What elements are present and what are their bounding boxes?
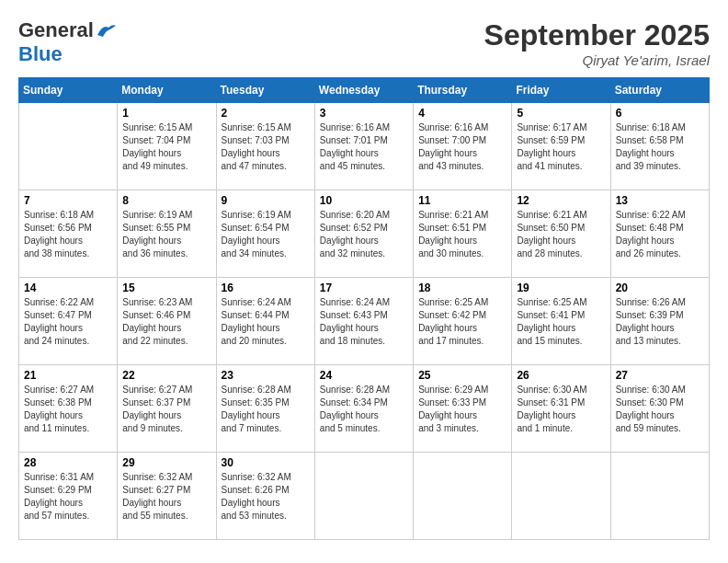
daylight-hours: Daylight hours (122, 148, 181, 158)
sunrise-text: Sunrise: 6:29 AM (418, 385, 488, 395)
sunset-text: Sunset: 6:37 PM (122, 397, 190, 408)
daylight-minutes: and 18 minutes. (320, 336, 385, 346)
calendar-cell: 13Sunrise: 6:22 AMSunset: 6:48 PMDayligh… (610, 190, 709, 278)
day-number: 13 (616, 194, 704, 207)
daylight-minutes: and 3 minutes. (418, 423, 479, 433)
daylight-minutes: and 39 minutes. (616, 161, 681, 171)
sunset-text: Sunset: 7:00 PM (418, 135, 486, 145)
daylight-hours: Daylight hours (517, 323, 575, 333)
calendar-cell: 29Sunrise: 6:32 AMSunset: 6:27 PMDayligh… (118, 453, 216, 540)
cell-content: Sunrise: 6:25 AMSunset: 6:42 PMDaylight … (418, 296, 506, 348)
calendar-cell: 4Sunrise: 6:16 AMSunset: 7:00 PMDaylight… (414, 103, 512, 190)
daylight-hours: Daylight hours (418, 323, 477, 333)
daylight-hours: Daylight hours (122, 323, 181, 333)
day-number: 21 (24, 369, 112, 382)
calendar-cell: 24Sunrise: 6:28 AMSunset: 6:34 PMDayligh… (314, 365, 413, 453)
cell-content: Sunrise: 6:18 AMSunset: 6:58 PMDaylight … (616, 121, 704, 173)
daylight-minutes: and 57 minutes. (24, 511, 89, 521)
day-number: 26 (517, 369, 605, 382)
cell-content: Sunrise: 6:28 AMSunset: 6:34 PMDaylight … (320, 384, 408, 435)
daylight-minutes: and 34 minutes. (222, 248, 287, 259)
day-number: 20 (616, 282, 704, 294)
day-number: 8 (122, 194, 210, 207)
sunrise-text: Sunrise: 6:18 AM (616, 122, 686, 132)
daylight-minutes: and 49 minutes. (122, 161, 188, 171)
sunset-text: Sunset: 6:34 PM (320, 397, 388, 408)
sunset-text: Sunset: 6:52 PM (320, 223, 388, 233)
cell-content: Sunrise: 6:20 AMSunset: 6:52 PMDaylight … (320, 209, 408, 260)
daylight-minutes: and 32 minutes. (320, 248, 385, 259)
daylight-hours: Daylight hours (320, 410, 379, 420)
calendar-cell: 2Sunrise: 6:15 AMSunset: 7:03 PMDaylight… (216, 103, 314, 190)
calendar-cell: 9Sunrise: 6:19 AMSunset: 6:54 PMDaylight… (216, 190, 314, 278)
sunrise-text: Sunrise: 6:27 AM (122, 385, 192, 395)
day-number: 6 (616, 107, 704, 120)
weekday-header-tuesday: Tuesday (216, 78, 314, 103)
day-number: 3 (320, 107, 408, 120)
sunset-text: Sunset: 6:55 PM (122, 223, 190, 233)
daylight-minutes: and 53 minutes. (222, 511, 287, 521)
daylight-minutes: and 7 minutes. (222, 423, 282, 433)
daylight-hours: Daylight hours (517, 236, 575, 246)
calendar-cell: 17Sunrise: 6:24 AMSunset: 6:43 PMDayligh… (314, 278, 413, 365)
logo-blue: Blue (18, 42, 63, 65)
calendar-cell: 15Sunrise: 6:23 AMSunset: 6:46 PMDayligh… (118, 278, 216, 365)
calendar-cell: 16Sunrise: 6:24 AMSunset: 6:44 PMDayligh… (216, 278, 314, 365)
sunrise-text: Sunrise: 6:32 AM (222, 472, 291, 482)
sunset-text: Sunset: 6:54 PM (222, 223, 290, 233)
daylight-minutes: and 59 minutes. (616, 423, 681, 433)
cell-content: Sunrise: 6:21 AMSunset: 6:51 PMDaylight … (418, 209, 506, 260)
calendar-cell (610, 453, 709, 540)
sunset-text: Sunset: 6:41 PM (517, 310, 585, 320)
day-number: 9 (222, 194, 310, 207)
sunrise-text: Sunrise: 6:22 AM (24, 297, 94, 307)
daylight-minutes: and 47 minutes. (222, 161, 287, 171)
weekday-header-wednesday: Wednesday (314, 78, 413, 103)
day-number: 7 (24, 194, 112, 207)
weekday-header-friday: Friday (512, 78, 610, 103)
day-number: 24 (320, 369, 408, 382)
daylight-minutes: and 26 minutes. (616, 248, 681, 259)
sunrise-text: Sunrise: 6:15 AM (222, 122, 291, 132)
calendar-cell: 20Sunrise: 6:26 AMSunset: 6:39 PMDayligh… (610, 278, 709, 365)
daylight-hours: Daylight hours (222, 410, 280, 420)
cell-content: Sunrise: 6:27 AMSunset: 6:37 PMDaylight … (122, 384, 210, 435)
day-number: 30 (222, 456, 310, 469)
daylight-minutes: and 30 minutes. (418, 248, 483, 259)
sunrise-text: Sunrise: 6:18 AM (24, 210, 94, 220)
daylight-hours: Daylight hours (616, 323, 675, 333)
cell-content: Sunrise: 6:27 AMSunset: 6:38 PMDaylight … (24, 384, 112, 435)
calendar-cell: 22Sunrise: 6:27 AMSunset: 6:37 PMDayligh… (118, 365, 216, 453)
daylight-minutes: and 28 minutes. (517, 248, 582, 259)
calendar-week-row: 28Sunrise: 6:31 AMSunset: 6:29 PMDayligh… (19, 453, 710, 540)
cell-content: Sunrise: 6:18 AMSunset: 6:56 PMDaylight … (24, 209, 112, 260)
daylight-hours: Daylight hours (616, 148, 675, 158)
day-number: 14 (24, 282, 112, 294)
sunset-text: Sunset: 6:33 PM (418, 397, 486, 408)
month-title: September 2025 (484, 18, 710, 52)
daylight-minutes: and 9 minutes. (122, 423, 183, 433)
daylight-minutes: and 5 minutes. (320, 423, 381, 433)
sunrise-text: Sunrise: 6:30 AM (616, 385, 686, 395)
sunset-text: Sunset: 6:39 PM (616, 310, 684, 320)
cell-content: Sunrise: 6:23 AMSunset: 6:46 PMDaylight … (122, 296, 210, 348)
day-number: 15 (122, 282, 210, 294)
cell-content: Sunrise: 6:16 AMSunset: 7:00 PMDaylight … (418, 121, 506, 173)
sunset-text: Sunset: 6:27 PM (122, 485, 190, 495)
day-number: 16 (222, 282, 310, 294)
sunset-text: Sunset: 6:29 PM (24, 485, 92, 495)
sunrise-text: Sunrise: 6:22 AM (616, 210, 686, 220)
calendar-cell: 30Sunrise: 6:32 AMSunset: 6:26 PMDayligh… (216, 453, 314, 540)
daylight-minutes: and 55 minutes. (122, 511, 188, 521)
daylight-hours: Daylight hours (122, 410, 181, 420)
sunset-text: Sunset: 6:50 PM (517, 223, 585, 233)
calendar-cell: 25Sunrise: 6:29 AMSunset: 6:33 PMDayligh… (414, 365, 512, 453)
daylight-hours: Daylight hours (517, 410, 575, 420)
cell-content: Sunrise: 6:32 AMSunset: 6:26 PMDaylight … (222, 471, 310, 523)
sunrise-text: Sunrise: 6:21 AM (517, 210, 586, 220)
cell-content: Sunrise: 6:30 AMSunset: 6:30 PMDaylight … (616, 384, 704, 435)
sunrise-text: Sunrise: 6:15 AM (122, 122, 192, 132)
calendar-header-row: SundayMondayTuesdayWednesdayThursdayFrid… (19, 78, 710, 103)
daylight-minutes: and 11 minutes. (24, 423, 89, 433)
daylight-hours: Daylight hours (320, 148, 379, 158)
